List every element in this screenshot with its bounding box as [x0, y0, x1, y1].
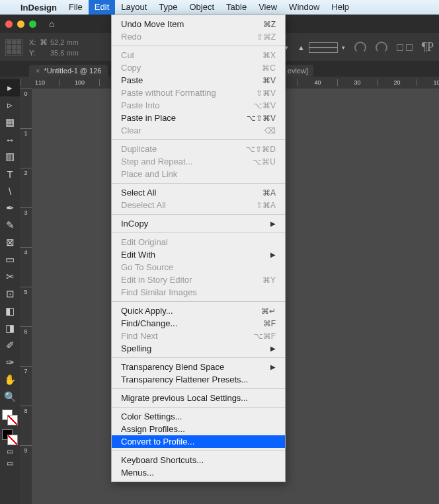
x-value[interactable]: 52,2 mm	[50, 38, 79, 46]
formatting-affects-swatch[interactable]	[2, 429, 18, 445]
menu-item-transparency-blend-space[interactable]: Transparency Blend Space▶	[112, 361, 285, 373]
flip-horizontal-icon[interactable]	[397, 44, 403, 51]
menu-item-step-and-repeat: Step and Repeat...⌥⌘U	[112, 155, 285, 168]
tool-rectangle[interactable]: ▭	[0, 251, 20, 268]
tool-page[interactable]: ▦	[0, 114, 20, 131]
menu-item-undo-move-item[interactable]: Undo Move Item⌘Z	[112, 18, 285, 30]
menu-item-label: Color Settings...	[121, 412, 276, 421]
submenu-arrow-icon: ▶	[270, 363, 276, 371]
menu-item-shortcut: ⌥⇧⌘D	[246, 145, 276, 154]
vruler-tick: 1	[20, 128, 32, 168]
stroke-style-dropdown[interactable]: ▲▾	[298, 42, 345, 53]
menu-item-spelling[interactable]: Spelling▶	[112, 342, 285, 355]
menu-help[interactable]: Help	[325, 0, 355, 15]
menu-item-quick-apply[interactable]: Quick Apply...⌘↵	[112, 305, 285, 317]
flip-vertical-icon[interactable]	[406, 44, 413, 51]
tool-selection[interactable]: ▸	[0, 79, 20, 96]
zoom-window-button[interactable]	[29, 20, 36, 28]
tool-line[interactable]: \	[0, 182, 20, 199]
tool-eyedropper[interactable]: ✑	[0, 354, 20, 371]
menu-item-deselect-all: Deselect All⇧⌘A	[112, 199, 285, 211]
menu-item-label: Place and Link	[121, 169, 276, 179]
menu-item-shortcut: ⇧⌘Z	[257, 32, 276, 42]
document-tab[interactable]: × *Untitled-1 @ 126	[29, 65, 108, 77]
menu-item-color-settings[interactable]: Color Settings...	[112, 410, 285, 423]
link-icon[interactable]: ⌘	[40, 38, 48, 47]
submenu-arrow-icon: ▶	[270, 220, 276, 227]
tool-rectangle-frame[interactable]: ⊠	[0, 234, 20, 251]
menu-item-select-all[interactable]: Select All⌘A	[112, 186, 285, 199]
menu-edit[interactable]: Edit	[89, 0, 115, 15]
close-tab-icon[interactable]: ×	[36, 67, 40, 75]
menu-item-assign-profiles[interactable]: Assign Profiles...	[112, 423, 285, 435]
menu-window[interactable]: Window	[283, 0, 325, 15]
minimize-window-button[interactable]	[17, 20, 24, 28]
menu-object[interactable]: Object	[184, 0, 221, 15]
reference-point-grid[interactable]	[5, 39, 22, 56]
preview-tag[interactable]: eview]	[282, 65, 313, 77]
tool-gradient-feather[interactable]: ◨	[0, 320, 20, 337]
menu-file[interactable]: File	[63, 0, 89, 15]
tool-note[interactable]: ✐	[0, 337, 20, 354]
tool-pen[interactable]: ✒	[0, 199, 20, 217]
menu-item-find-change[interactable]: Find/Change...⌘F	[112, 317, 285, 330]
menu-separator	[112, 407, 285, 408]
menu-item-label: Menus...	[121, 468, 276, 478]
y-value[interactable]: 35,6 mm	[50, 49, 79, 57]
menu-item-label: Paste Into	[121, 100, 253, 110]
menu-item-paste-into: Paste Into⌥⌘V	[112, 99, 285, 112]
tools-panel: ▸▹▦↔▥T\✒✎⊠▭✂⊡◧◨✐✑✋🔍▭▭	[0, 77, 20, 504]
menu-item-paste-in-place[interactable]: Paste in Place⌥⇧⌘V	[112, 112, 285, 124]
vruler-tick: 9	[20, 445, 32, 485]
menu-item-convert-to-profile[interactable]: Convert to Profile...	[112, 435, 285, 448]
menu-item-menus[interactable]: Menus...	[112, 466, 285, 479]
vruler-tick: 5	[20, 287, 32, 326]
tool-content-collector[interactable]: ▥	[0, 148, 20, 165]
vruler-tick: 2	[20, 168, 32, 207]
menu-item-label: Deselect All	[121, 200, 256, 210]
hruler-tick: 20	[377, 79, 417, 86]
menu-item-keyboard-shortcuts[interactable]: Keyboard Shortcuts...	[112, 454, 285, 466]
tool-type[interactable]: T	[0, 165, 20, 182]
menu-item-shortcut: ⌘C	[262, 63, 276, 73]
menu-item-label: Edit Original	[121, 237, 276, 247]
menu-item-cut: Cut⌘X	[112, 49, 285, 61]
menu-item-shortcut: ⌘Z	[263, 20, 276, 29]
tool-zoom[interactable]: 🔍	[0, 388, 20, 406]
home-icon[interactable]: ⌂	[49, 18, 54, 29]
submenu-arrow-icon: ▶	[270, 345, 276, 352]
rotate-cw-icon[interactable]	[376, 42, 387, 54]
tool-hand[interactable]: ✋	[0, 371, 20, 388]
menu-item-incopy[interactable]: InCopy▶	[112, 217, 285, 230]
tool-gap[interactable]: ↔	[0, 131, 20, 148]
tool-scissors[interactable]: ✂	[0, 268, 20, 285]
menu-item-label: Quick Apply...	[121, 306, 261, 316]
menu-item-place-and-link: Place and Link	[112, 168, 285, 180]
menu-item-shortcut: ⌥⌘V	[253, 101, 276, 110]
tool-pencil[interactable]: ✎	[0, 217, 20, 234]
menu-type[interactable]: Type	[153, 0, 183, 15]
menu-item-shortcut: ⌥⌘F	[254, 332, 276, 341]
tool-free-transform[interactable]: ⊡	[0, 285, 20, 303]
menu-item-transparency-flattener-presets[interactable]: Transparency Flattener Presets...	[112, 373, 285, 386]
menu-view[interactable]: View	[253, 0, 283, 15]
hruler-tick: 110	[20, 79, 60, 86]
menu-layout[interactable]: Layout	[115, 0, 153, 15]
close-window-button[interactable]	[5, 20, 13, 28]
normal-mode-button[interactable]: ▭	[0, 445, 20, 457]
menu-item-label: Spelling	[121, 343, 270, 353]
fill-stroke-swatch[interactable]	[2, 410, 18, 425]
tool-gradient-swatch[interactable]: ◧	[0, 303, 20, 320]
menu-table[interactable]: Table	[220, 0, 253, 15]
menu-item-label: Find Next	[121, 331, 254, 341]
menu-item-edit-with[interactable]: Edit With▶	[112, 248, 285, 261]
preview-mode-button[interactable]: ▭	[0, 457, 20, 469]
menu-item-paste[interactable]: Paste⌘V	[112, 74, 285, 87]
app-name[interactable]: InDesign	[15, 3, 63, 13]
tool-direct-selection[interactable]: ▹	[0, 96, 20, 114]
menu-item-migrate-previous-local-settings[interactable]: Migrate previous Local Settings...	[112, 392, 285, 404]
menu-item-label: Paste without Formatting	[121, 88, 256, 98]
rotate-ccw-icon[interactable]	[354, 42, 366, 54]
menu-item-shortcut: ⌥⇧⌘V	[247, 114, 276, 123]
paragraph-style-icon[interactable]: ¶P	[422, 40, 434, 54]
